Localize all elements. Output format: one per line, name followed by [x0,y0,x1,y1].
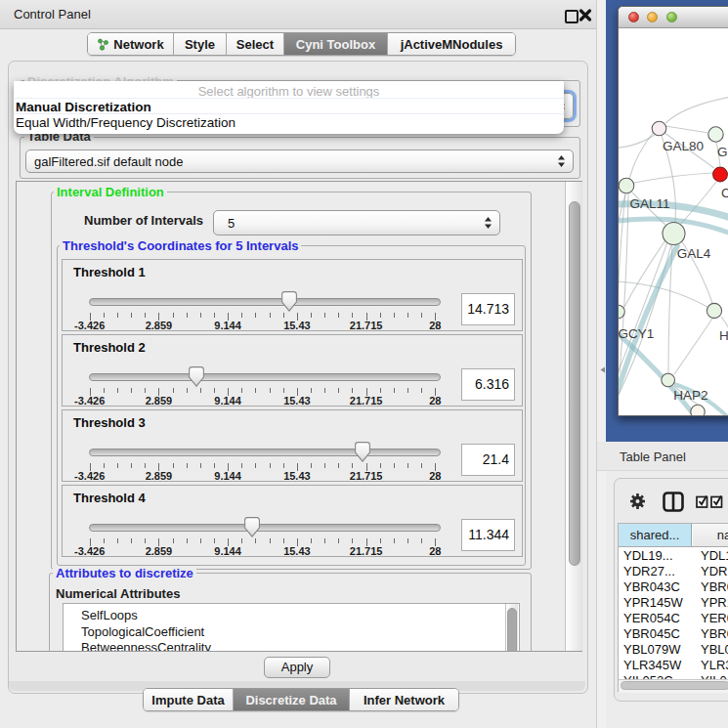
tab-label: Cyni Toolbox [296,37,375,52]
float-window-icon[interactable] [565,10,578,23]
table-cell[interactable]: YER054C [623,611,680,625]
table-header-name[interactable]: name [693,524,728,546]
panel-vertical-scrollbar-thumb[interactable] [569,201,580,566]
gear-icon[interactable] [629,492,646,514]
network-node[interactable] [691,405,705,415]
table-cell[interactable]: YBL0 [701,642,728,657]
table-cell[interactable]: YBR045C [623,626,680,641]
network-window-titlebar[interactable] [619,7,728,28]
network-node[interactable] [663,223,685,245]
tab-impute-data[interactable]: Impute Data [144,689,234,710]
table-cell[interactable]: YDL1 [701,548,728,563]
table-panel-title: Table Panel [620,450,686,464]
network-node[interactable] [652,121,666,136]
popup-item-equal-width-frequency[interactable]: Equal Width/Frequency Discretization [16,115,236,130]
attribute-list-item[interactable]: TopologicalCoefficient [81,624,204,639]
popup-item-manual-discretization[interactable]: Manual Discretization [16,100,151,114]
apply-button[interactable]: Apply [264,657,330,678]
numerical-attributes-list[interactable]: SelfLoopsTopologicalCoefficientBetweenne… [63,603,520,651]
tab-select[interactable]: Select [227,33,284,55]
bottom-tab-bar: Impute DataDiscretize DataInfer Network [143,688,459,711]
network-edge[interactable] [629,132,654,179]
tab-discretize-data[interactable]: Discretize Data [234,689,350,710]
network-node[interactable] [619,178,634,193]
close-icon[interactable] [578,6,592,23]
table-cell[interactable]: YPR145W [623,595,683,610]
network-node[interactable] [662,373,675,387]
table-cell[interactable]: YBR043C [623,579,680,594]
table-cell[interactable]: YPR1 [701,595,728,610]
top-tab-bar: NetworkStyleSelectCyni ToolboxjActiveMNo… [87,32,516,56]
network-node[interactable] [707,303,721,318]
table-cell[interactable]: YDR27... [623,564,675,578]
network-node[interactable] [708,127,723,142]
table-cell[interactable]: YBL079W [623,642,681,657]
application-window: Control Panel NetworkStyleSelectCyni Too… [0,0,728,728]
table-cell[interactable]: YBR0 [701,579,728,594]
network-node-label: GAL11 [629,196,669,211]
network-node-label: GAL80 [663,139,704,153]
close-traffic-light[interactable] [628,12,639,22]
attribute-list-item[interactable]: SelfLoops [81,608,138,622]
table-cell[interactable]: YDR2 [701,564,728,578]
table-header-shared-name[interactable]: shared... [619,524,692,546]
tab-label: Style [185,37,215,52]
tab-jactivemnodules[interactable]: jActiveMNodules [388,33,515,55]
checkbox-icon[interactable] [696,494,709,512]
table-horizontal-scrollbar-thumb[interactable] [621,681,728,690]
network-edge[interactable] [619,193,625,305]
network-view-window: GAL80GCGAL11GAL4GCY1HHAP2 [618,6,728,416]
numerical-attributes-label: Numerical Attributes [56,586,180,601]
checkbox-icon[interactable] [710,494,724,512]
network-edge[interactable] [665,126,708,133]
tab-label: Discretize Data [245,693,336,707]
tab-style[interactable]: Style [174,33,227,55]
tab-cyni-toolbox[interactable]: Cyni Toolbox [284,33,388,55]
network-node-label: H [719,328,728,343]
table-data-combobox-value: galFiltered.sif default node [34,154,183,169]
panel-vertical-scrollbar[interactable] [565,182,582,651]
attributes-list-scrollbar[interactable] [505,604,518,651]
table-cell[interactable]: YLR345W [623,658,681,672]
table-data-combobox[interactable]: galFiltered.sif default node [25,150,574,173]
network-edge[interactable] [665,97,728,123]
table-cell[interactable]: YER0 [701,611,728,625]
network-node-label: HAP2 [673,388,707,403]
tab-infer-network[interactable]: Infer Network [350,689,458,710]
table-cell[interactable]: YBR0 [701,626,728,641]
network-icon [97,38,109,51]
network-node-label: GAL4 [677,246,711,261]
attributes-group-title: Attributes to discretize [53,567,196,579]
attributes-clip-region: Attributes to discretize Numerical Attri… [16,181,564,651]
network-edge[interactable] [624,240,665,307]
network-node[interactable] [713,167,728,182]
network-node-label: G [717,145,728,159]
tab-label: Select [236,37,274,52]
table-cell[interactable]: YDL19... [623,548,673,563]
combo-arrows-icon [557,155,566,168]
column-layout-icon[interactable] [663,492,684,516]
tab-network[interactable]: Network [88,33,174,55]
control-panel-title: Control Panel [14,7,91,21]
minimize-traffic-light[interactable] [647,12,658,22]
table-cell[interactable]: YLR3 [701,658,728,672]
tab-label: Impute Data [151,693,224,707]
network-node-label: GCY1 [619,326,654,341]
tab-label: Infer Network [364,693,445,707]
tab-label: jActiveMNodules [401,37,503,52]
algorithm-dropdown-popup: Select algorithm to view settings Manual… [14,81,564,134]
network-canvas[interactable]: GAL80GCGAL11GAL4GCY1HHAP2 [619,28,728,415]
zoom-traffic-light[interactable] [666,12,677,22]
network-edge[interactable] [674,319,712,374]
network-node-label: C [721,186,728,200]
attribute-list-item[interactable]: BetweennessCentrality [81,640,211,651]
node-attribute-table[interactable]: shared... name YDL19...YDL1YDR27...YDR2Y… [618,523,728,692]
attributes-list-scrollbar-thumb[interactable] [507,608,517,651]
tab-label: Network [113,37,163,52]
popup-prompt: Select algorithm to view settings [14,84,564,99]
